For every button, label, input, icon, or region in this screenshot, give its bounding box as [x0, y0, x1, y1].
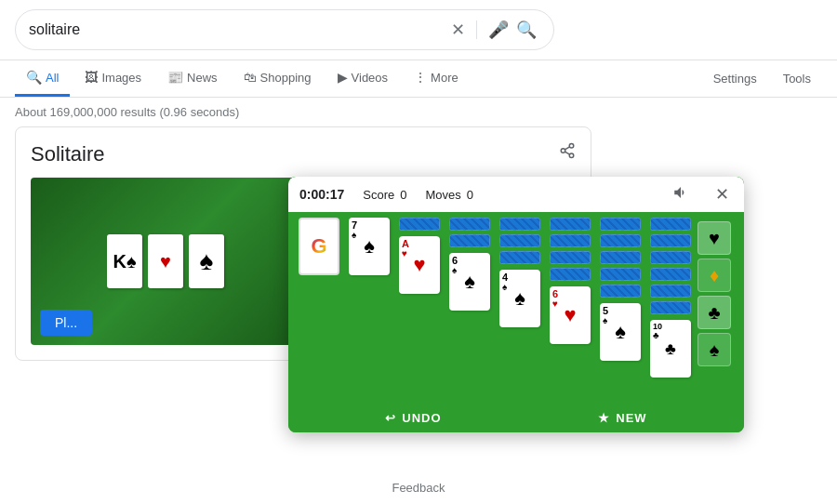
- spades-stack[interactable]: ♠: [698, 333, 731, 366]
- tab-more-label: More: [431, 71, 458, 85]
- star-icon: ★: [598, 411, 610, 425]
- card-5-spades[interactable]: 5 ♠ ♠: [600, 303, 641, 361]
- face-down-card: [650, 301, 691, 314]
- clear-button[interactable]: ✕: [447, 16, 469, 44]
- sound-button[interactable]: [669, 182, 693, 206]
- suit-stacks: ♥ ♦ ♣ ♠: [698, 218, 735, 383]
- tab-all[interactable]: 🔍 All: [15, 60, 70, 97]
- moves-value: 0: [467, 188, 473, 202]
- face-down-card: [499, 251, 540, 264]
- col-4: 4 ♠ ♠: [497, 218, 543, 383]
- tab-shopping[interactable]: 🛍 Shopping: [232, 60, 323, 97]
- tab-news[interactable]: 📰 News: [156, 60, 229, 97]
- clubs-stack[interactable]: ♣: [698, 296, 731, 329]
- face-down-card: [550, 234, 591, 247]
- svg-point-1: [561, 149, 565, 153]
- card-6-hearts[interactable]: 6 ♥ ♥: [550, 286, 591, 344]
- tab-images-label: Images: [101, 71, 141, 85]
- col-2: A ♥ ♥: [396, 218, 443, 383]
- mic-button[interactable]: 🎤: [485, 16, 512, 44]
- game-play-area: G 7 ♠ ♠ A ♥ ♥ 6 ♠: [288, 212, 744, 389]
- face-down-card: [600, 285, 641, 298]
- game-thumbnail: K♠ ♥ ♠ Pl...: [31, 178, 300, 345]
- col-6: 5 ♠ ♠: [597, 218, 644, 383]
- close-button[interactable]: ✕: [711, 182, 733, 206]
- play-button[interactable]: Pl...: [40, 310, 92, 336]
- search-input[interactable]: [29, 21, 447, 38]
- hearts-stack[interactable]: ♥: [698, 221, 731, 255]
- svg-point-0: [569, 144, 574, 149]
- images-icon: 🖼: [85, 70, 98, 85]
- card-7-spades[interactable]: 7 ♠ ♠: [349, 218, 390, 275]
- face-down-card: [499, 234, 540, 247]
- results-info: About 169,000,000 results (0.96 seconds): [0, 98, 837, 126]
- more-icon: ⋮: [414, 70, 427, 85]
- game-overlay: 0:00:17 Score 0 Moves 0 ✕ G 7 ♠: [288, 177, 744, 432]
- score-value: 0: [400, 188, 406, 202]
- card-4-spades[interactable]: 4 ♠ ♠: [499, 270, 540, 327]
- svg-line-3: [565, 152, 569, 154]
- score-label: Score: [363, 188, 394, 202]
- tab-more[interactable]: ⋮ More: [403, 60, 470, 97]
- card-6-spades[interactable]: 6 ♠ ♠: [449, 253, 490, 311]
- col-3: 6 ♠ ♠: [446, 218, 493, 383]
- face-down-card: [650, 251, 691, 264]
- face-down-card: [449, 218, 490, 231]
- face-down-card: [600, 218, 641, 231]
- tab-shopping-label: Shopping: [260, 71, 312, 85]
- tab-videos[interactable]: ▶ Videos: [326, 60, 400, 97]
- feedback-bar: Feedback: [392, 481, 445, 495]
- stock-pile[interactable]: G: [299, 218, 339, 275]
- new-button[interactable]: ★ NEW: [598, 411, 646, 425]
- col-5: 6 ♥ ♥: [547, 218, 593, 383]
- game-topbar: 0:00:17 Score 0 Moves 0 ✕: [288, 177, 744, 212]
- face-down-card: [650, 268, 691, 281]
- videos-icon: ▶: [338, 70, 348, 85]
- face-down-card: [499, 218, 540, 231]
- face-down-card: [650, 285, 691, 298]
- share-button[interactable]: [559, 142, 576, 164]
- game-bottombar: ↩ UNDO ★ NEW: [288, 404, 744, 432]
- svg-line-4: [565, 147, 569, 150]
- diamonds-stack[interactable]: ♦: [698, 259, 731, 292]
- all-icon: 🔍: [26, 70, 42, 85]
- face-down-card: [600, 251, 641, 264]
- col-7: 10 ♣ ♣: [647, 218, 694, 383]
- settings-link[interactable]: Settings: [702, 62, 768, 95]
- face-down-card: [650, 218, 691, 231]
- bg-card-spade: ♠: [189, 234, 224, 288]
- face-down-card: [449, 234, 490, 247]
- bg-card-heart: ♥: [148, 234, 183, 288]
- nav-tabs: 🔍 All 🖼 Images 📰 News 🛍 Shopping ▶ Video…: [0, 60, 837, 98]
- search-input-wrapper: ✕ 🎤 🔍: [15, 9, 554, 50]
- game-moves: Moves 0: [425, 188, 473, 202]
- tab-all-label: All: [46, 71, 59, 85]
- face-down-card: [399, 218, 440, 231]
- game-timer: 0:00:17: [299, 187, 344, 202]
- card-10-clubs[interactable]: 10 ♣ ♣: [650, 320, 691, 378]
- tab-images[interactable]: 🖼 Images: [73, 60, 153, 97]
- svg-point-2: [569, 153, 574, 158]
- undo-icon: ↩: [385, 411, 396, 425]
- face-down-card: [600, 268, 641, 281]
- stock-area: G: [296, 218, 342, 383]
- face-down-card: [600, 234, 641, 247]
- search-button[interactable]: 🔍: [512, 16, 540, 44]
- shopping-icon: 🛍: [244, 70, 257, 85]
- undo-label: UNDO: [402, 411, 441, 425]
- card-a-hearts[interactable]: A ♥ ♥: [399, 236, 440, 294]
- tools-link[interactable]: Tools: [772, 62, 822, 95]
- divider: [476, 20, 477, 39]
- col-1: 7 ♠ ♠: [346, 218, 392, 383]
- feedback-label[interactable]: Feedback: [392, 481, 445, 495]
- face-down-card: [550, 218, 591, 231]
- face-down-card: [550, 251, 591, 264]
- search-bar: ✕ 🎤 🔍: [0, 0, 837, 60]
- undo-button[interactable]: ↩ UNDO: [385, 411, 441, 425]
- tab-news-label: News: [187, 71, 218, 85]
- solitaire-title: Solitaire: [31, 142, 576, 166]
- bg-card-k: K♠: [107, 234, 142, 288]
- face-down-card: [650, 234, 691, 247]
- moves-label: Moves: [425, 188, 460, 202]
- news-icon: 📰: [167, 70, 183, 85]
